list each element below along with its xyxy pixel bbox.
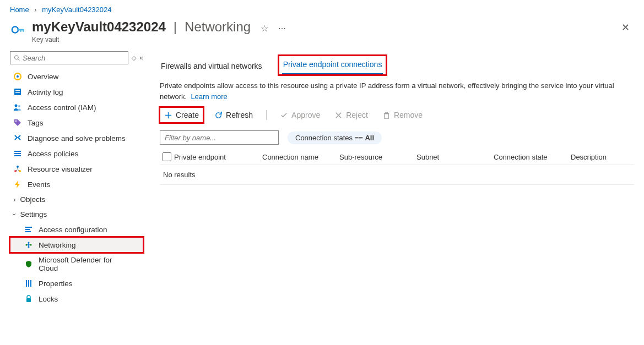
favorite-star-icon[interactable]: ☆ [261, 23, 268, 34]
sidebar-item-diagnose[interactable]: Diagnose and solve problems [10, 130, 143, 146]
svg-rect-13 [14, 155, 21, 156]
sidebar-label: Resource visualizer [28, 165, 93, 173]
svg-point-23 [28, 247, 30, 248]
resource-subtitle: Key vault [32, 36, 286, 43]
breadcrumb-home[interactable]: Home [10, 6, 29, 14]
title-separator: | [174, 19, 177, 35]
sidebar: ◇ « Overview Activity log Access control… [0, 49, 143, 312]
refresh-button[interactable]: Refresh [211, 108, 256, 122]
approve-button: Approve [277, 108, 323, 122]
sidebar-item-properties[interactable]: Properties [10, 276, 143, 291]
th-description[interactable]: Description [571, 153, 634, 161]
svg-point-9 [18, 105, 20, 107]
main-content: Firewalls and virtual networks Private e… [143, 49, 644, 312]
plus-icon [164, 111, 172, 119]
svg-rect-25 [28, 280, 29, 287]
table-empty: No results [160, 165, 634, 185]
sidebar-item-events[interactable]: Events [10, 177, 143, 192]
x-icon [334, 111, 343, 119]
tags-icon [13, 118, 22, 127]
select-all-checkbox[interactable] [163, 152, 171, 161]
breadcrumb-separator: › [34, 6, 36, 14]
page-title: Networking [185, 19, 251, 35]
learn-more-link[interactable]: Learn more [191, 92, 227, 101]
sidebar-item-activity-log[interactable]: Activity log [10, 84, 143, 100]
sidebar-item-defender[interactable]: Microsoft Defender for Cloud [10, 253, 143, 276]
breadcrumb-resource[interactable]: myKeyVault04232024 [42, 6, 111, 14]
chevron-right-icon: › [13, 195, 16, 204]
overview-icon [13, 72, 22, 81]
keyvault-icon [10, 21, 26, 38]
svg-point-20 [26, 244, 28, 246]
resource-name: myKeyVault04232024 [32, 19, 166, 35]
svg-point-8 [15, 105, 18, 107]
svg-rect-19 [25, 231, 31, 232]
sidebar-label: Microsoft Defender for Cloud [39, 256, 121, 272]
sidebar-label: Events [28, 180, 50, 189]
description-text: Private endpoints allow access to this r… [160, 80, 634, 102]
resource-visualizer-icon [13, 165, 22, 173]
defender-icon [24, 260, 33, 269]
th-subnet[interactable]: Subnet [416, 153, 494, 161]
sidebar-label: Settings [20, 210, 47, 218]
table-header: Private endpoint Connection name Sub-res… [160, 149, 634, 165]
chevron-down-icon: › [10, 213, 19, 216]
diagnose-icon [13, 134, 22, 143]
sidebar-item-overview[interactable]: Overview [10, 69, 143, 84]
sidebar-label: Access control (IAM) [28, 103, 96, 112]
activity-log-icon [13, 87, 22, 96]
sidebar-group-settings[interactable]: › Settings [10, 207, 143, 222]
filter-pill[interactable]: Connection states == All [288, 132, 382, 144]
svg-rect-11 [14, 151, 21, 152]
sidebar-item-locks[interactable]: Locks [10, 291, 143, 306]
filter-input[interactable] [160, 130, 279, 145]
svg-point-4 [17, 75, 19, 78]
reject-button: Reject [331, 108, 371, 122]
locks-icon [24, 294, 33, 303]
close-icon[interactable]: ✕ [617, 19, 634, 36]
sidebar-item-resource-visualizer[interactable]: Resource visualizer [10, 161, 143, 177]
sidebar-label: Objects [20, 195, 46, 204]
svg-rect-27 [26, 298, 31, 302]
tab-private-endpoint[interactable]: Private endpoint connections [282, 57, 383, 75]
svg-point-21 [30, 244, 32, 246]
sort-icon[interactable]: ◇ [132, 54, 136, 62]
svg-rect-6 [15, 90, 20, 91]
svg-rect-7 [15, 92, 20, 93]
check-icon [280, 111, 288, 119]
sidebar-item-networking[interactable]: Networking [10, 237, 143, 253]
more-menu-icon[interactable]: ⋯ [278, 24, 286, 33]
svg-rect-26 [30, 280, 31, 287]
remove-button: Remove [379, 108, 426, 122]
properties-icon [24, 279, 33, 288]
create-button[interactable]: Create [161, 108, 202, 122]
sidebar-item-access-control[interactable]: Access control (IAM) [10, 100, 143, 115]
th-private-endpoint[interactable]: Private endpoint [174, 153, 262, 161]
svg-rect-24 [26, 280, 27, 287]
sidebar-label: Overview [28, 73, 58, 81]
events-icon [13, 180, 22, 189]
toolbar-separator [266, 110, 267, 120]
sidebar-label: Properties [39, 280, 73, 288]
svg-point-10 [15, 121, 17, 122]
sidebar-label: Activity log [28, 88, 63, 96]
th-connection-name[interactable]: Connection name [262, 153, 339, 161]
tab-firewalls[interactable]: Firewalls and virtual networks [160, 58, 263, 75]
svg-point-1 [14, 56, 18, 59]
filter-row: Connection states == All [160, 130, 634, 145]
sidebar-group-objects[interactable]: › Objects [10, 192, 143, 207]
svg-point-22 [28, 242, 30, 244]
trash-icon [382, 111, 391, 119]
sidebar-label: Tags [28, 119, 44, 127]
sidebar-label: Locks [39, 295, 58, 303]
access-policies-icon [13, 149, 22, 158]
sidebar-label: Access configuration [39, 226, 107, 234]
sidebar-item-access-policies[interactable]: Access policies [10, 146, 143, 161]
sidebar-search[interactable] [10, 51, 128, 64]
sidebar-search-input[interactable] [23, 54, 125, 62]
sidebar-item-access-configuration[interactable]: Access configuration [10, 222, 143, 237]
collapse-sidebar-icon[interactable]: « [139, 54, 143, 62]
th-connection-state[interactable]: Connection state [494, 153, 571, 161]
sidebar-item-tags[interactable]: Tags [10, 115, 143, 130]
th-sub-resource[interactable]: Sub-resource [339, 153, 416, 161]
